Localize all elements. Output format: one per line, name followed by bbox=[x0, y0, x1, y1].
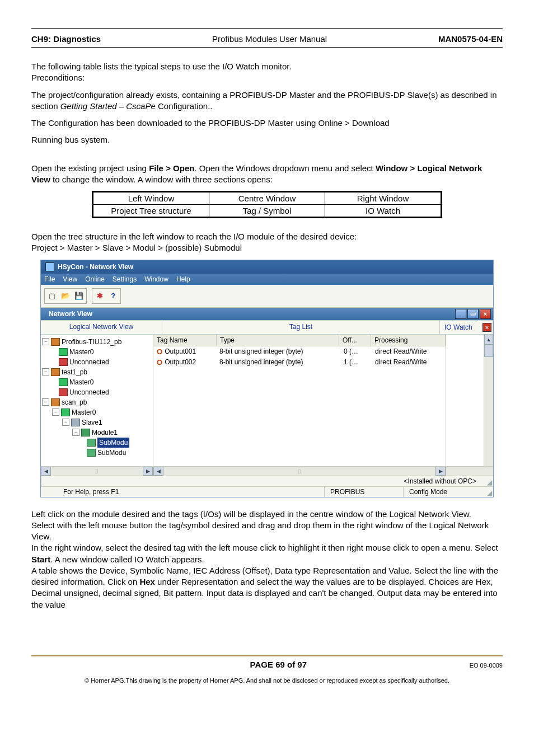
collapse-icon[interactable]: − bbox=[42, 398, 49, 406]
save-file-icon[interactable]: 💾 bbox=[73, 290, 85, 302]
scroll-up-icon[interactable]: ▲ bbox=[484, 335, 493, 345]
network-view-titlebar[interactable]: Network View _ ▭ × bbox=[41, 308, 493, 320]
master-icon bbox=[59, 348, 68, 356]
resize-grip-icon[interactable]: ◢ bbox=[482, 476, 493, 486]
body-text: The following table lists the typical st… bbox=[31, 61, 503, 72]
tree-node[interactable]: Master0 bbox=[42, 347, 152, 357]
tree-node[interactable]: Unconnected bbox=[42, 387, 152, 397]
scroll-left-icon[interactable]: ◀ bbox=[41, 467, 51, 476]
collapse-icon[interactable]: − bbox=[42, 368, 49, 375]
col-header-left: Logical Network View bbox=[41, 321, 162, 334]
hsycon-window: HSyCon - Network View File View Online S… bbox=[40, 260, 494, 497]
io-watch-pane[interactable]: ▲ bbox=[446, 335, 493, 466]
menu-window[interactable]: Window bbox=[144, 275, 168, 283]
tree-node[interactable]: −Module1 bbox=[42, 428, 152, 438]
app-title: HSyCon - Network View bbox=[58, 263, 133, 271]
menu-bar: File View Online Settings Window Help bbox=[41, 274, 493, 285]
title-bar[interactable]: HSyCon - Network View bbox=[41, 260, 493, 274]
table-row: Left Window Centre Window Right Window bbox=[93, 192, 441, 205]
menu-settings[interactable]: Settings bbox=[113, 275, 137, 283]
page-footer: PAGE 69 of 97 EO 09-0009 © Horner APG.Th… bbox=[31, 655, 503, 684]
tree-node[interactable]: −Master0 bbox=[42, 407, 152, 417]
body-text: In the right window, select the desired … bbox=[31, 542, 503, 565]
tree-node[interactable]: −scan_pb bbox=[42, 397, 152, 407]
unconnected-icon bbox=[59, 388, 68, 396]
collapse-icon[interactable]: − bbox=[72, 429, 79, 436]
header-center: Profibus Modules User Manual bbox=[212, 34, 327, 44]
col-processing[interactable]: Processing bbox=[371, 335, 446, 346]
new-file-icon[interactable]: ▢ bbox=[46, 290, 58, 302]
master-icon bbox=[59, 378, 68, 386]
tree-node-selected[interactable]: SubModu bbox=[42, 438, 152, 448]
resize-grip-icon[interactable]: ◢ bbox=[482, 487, 493, 497]
body-text: Select with the left mouse button the ta… bbox=[31, 520, 503, 543]
col-header-mid: Tag List bbox=[162, 321, 440, 334]
close-icon[interactable]: × bbox=[483, 323, 491, 332]
status-bus: PROFIBUS bbox=[324, 487, 403, 497]
body-text: A table shows the Device, Symbolic Name,… bbox=[31, 565, 503, 611]
network-icon bbox=[51, 368, 60, 376]
menu-file[interactable]: File bbox=[44, 275, 55, 283]
tag-row[interactable]: OOutput002 8-bit unsigned integer (byte)… bbox=[153, 357, 446, 368]
body-text: Preconditions: bbox=[31, 72, 503, 83]
column-headers: Logical Network View Tag List IO Watch × bbox=[41, 320, 493, 335]
tag-row[interactable]: OOutput001 8-bit unsigned integer (byte)… bbox=[153, 346, 446, 357]
network-icon bbox=[51, 338, 60, 346]
body-text: Project > Master > Slave > Modul > (poss… bbox=[31, 242, 503, 253]
close-icon[interactable]: × bbox=[480, 309, 491, 319]
toolbar: ▢ 📂 💾 ✱ ? bbox=[41, 285, 493, 308]
tag-list-pane[interactable]: Tag Name Type Off… Processing OOutput001… bbox=[153, 335, 446, 466]
scroll-thumb[interactable] bbox=[484, 345, 493, 357]
status-opc: <Installed without OPC> bbox=[41, 476, 482, 486]
scroll-left-icon[interactable]: ◀ bbox=[153, 467, 163, 476]
scroll-right-icon[interactable]: ▶ bbox=[143, 467, 153, 476]
col-header-right: IO Watch × bbox=[440, 321, 493, 334]
module-icon bbox=[81, 429, 90, 436]
menu-view[interactable]: View bbox=[63, 275, 77, 283]
unconnected-icon bbox=[59, 358, 68, 366]
doc-code: EO 09-0009 bbox=[470, 662, 503, 669]
tree-node[interactable]: −Slave1 bbox=[42, 417, 152, 428]
body-text: Left click on the module desired and the… bbox=[31, 509, 503, 520]
tree-pane[interactable]: −Profibus-TIU112_pb Master0 Unconnected … bbox=[41, 335, 153, 466]
body-text: The project/configuration already exists… bbox=[31, 90, 503, 112]
output-icon: O bbox=[157, 348, 162, 356]
header-left: CH9: Diagnostics bbox=[31, 34, 101, 44]
body-text: Open the tree structure in the left wind… bbox=[31, 231, 503, 242]
page-header: CH9: Diagnostics Profibus Modules User M… bbox=[31, 32, 503, 48]
menu-online[interactable]: Online bbox=[85, 275, 105, 283]
col-offset[interactable]: Off… bbox=[339, 335, 371, 346]
col-type[interactable]: Type bbox=[217, 335, 339, 346]
collapse-icon[interactable]: − bbox=[42, 338, 49, 345]
col-tag-name[interactable]: Tag Name bbox=[153, 335, 217, 346]
help-icon[interactable]: ? bbox=[107, 290, 119, 302]
scrollbar-horizontal bbox=[446, 466, 493, 476]
status-mode: Config Mode bbox=[403, 487, 482, 497]
menu-help[interactable]: Help bbox=[176, 275, 190, 283]
submodule-icon bbox=[87, 449, 96, 457]
copyright: © Horner APG.This drawing is the propert… bbox=[31, 677, 503, 684]
tree-node[interactable]: SubModu bbox=[42, 448, 152, 458]
scrollbar-horizontal[interactable]: ◀ ▯ ▶ bbox=[41, 466, 153, 476]
maximize-icon[interactable]: ▭ bbox=[467, 309, 479, 319]
scroll-right-icon[interactable]: ▶ bbox=[435, 467, 446, 476]
tree-node[interactable]: −Profibus-TIU112_pb bbox=[42, 337, 152, 347]
open-file-icon[interactable]: 📂 bbox=[59, 290, 72, 302]
table-row: Project Tree structure Tag / Symbol IO W… bbox=[93, 205, 441, 217]
debug-icon[interactable]: ✱ bbox=[93, 290, 106, 302]
collapse-icon[interactable]: − bbox=[52, 408, 59, 416]
submodule-icon bbox=[87, 439, 96, 447]
tree-node[interactable]: Unconnected bbox=[42, 357, 152, 367]
page-number: PAGE 69 of 97 bbox=[87, 660, 470, 669]
collapse-icon[interactable]: − bbox=[62, 419, 69, 426]
tree-node[interactable]: Master0 bbox=[42, 377, 152, 387]
scrollbar-horizontal[interactable]: ◀ ▯ ▶ bbox=[153, 466, 446, 476]
tree-node[interactable]: −test1_pb bbox=[42, 367, 152, 377]
window-sections-table: Left Window Centre Window Right Window P… bbox=[93, 192, 441, 217]
body-text: Running bus system. bbox=[31, 134, 503, 145]
body-text: Open the existing project using File > O… bbox=[31, 163, 503, 186]
scrollbar-vertical[interactable]: ▲ bbox=[484, 335, 493, 466]
master-icon bbox=[61, 408, 70, 416]
app-icon bbox=[45, 262, 54, 271]
minimize-icon[interactable]: _ bbox=[455, 309, 466, 319]
